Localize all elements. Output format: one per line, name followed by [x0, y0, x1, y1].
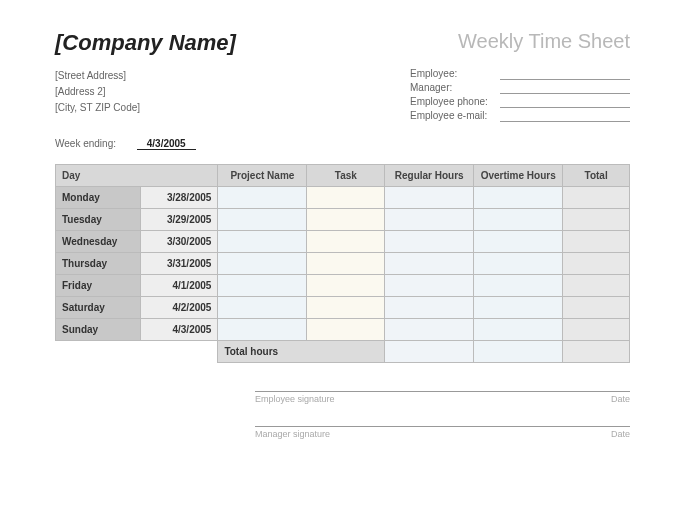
regular-hours-cell[interactable] [385, 253, 474, 275]
table-row: Wednesday3/30/2005 [56, 231, 630, 253]
page-title: Weekly Time Sheet [458, 30, 630, 53]
task-cell[interactable] [307, 253, 385, 275]
regular-hours-cell[interactable] [385, 187, 474, 209]
day-name: Friday [56, 275, 141, 297]
phone-label: Employee phone: [410, 96, 500, 108]
regular-hours-cell[interactable] [385, 209, 474, 231]
total-cell[interactable] [563, 231, 630, 253]
manager-signature-label: Manager signature [255, 429, 330, 439]
day-date: 3/29/2005 [140, 209, 218, 231]
total-overtime[interactable] [474, 341, 563, 363]
employee-label: Employee: [410, 68, 500, 80]
total-cell[interactable] [563, 297, 630, 319]
day-name: Saturday [56, 297, 141, 319]
week-ending-value[interactable]: 4/3/2005 [137, 138, 196, 150]
project-cell[interactable] [218, 187, 307, 209]
table-row: Sunday4/3/2005 [56, 319, 630, 341]
employee-signature-label: Employee signature [255, 394, 335, 404]
overtime-hours-cell[interactable] [474, 187, 563, 209]
overtime-hours-cell[interactable] [474, 231, 563, 253]
day-name: Monday [56, 187, 141, 209]
overtime-hours-cell[interactable] [474, 253, 563, 275]
table-row: Monday3/28/2005 [56, 187, 630, 209]
total-cell[interactable] [563, 275, 630, 297]
task-cell[interactable] [307, 275, 385, 297]
address-line1: [Street Address] [55, 68, 140, 84]
manager-signature-line[interactable]: Manager signature Date [255, 426, 630, 439]
task-cell[interactable] [307, 319, 385, 341]
total-cell[interactable] [563, 319, 630, 341]
manager-field[interactable] [500, 82, 630, 94]
employee-signature-date-label: Date [611, 394, 630, 404]
table-row: Friday4/1/2005 [56, 275, 630, 297]
project-cell[interactable] [218, 319, 307, 341]
col-total: Total [563, 165, 630, 187]
total-cell[interactable] [563, 187, 630, 209]
overtime-hours-cell[interactable] [474, 275, 563, 297]
address-line3: [City, ST ZIP Code] [55, 100, 140, 116]
project-cell[interactable] [218, 297, 307, 319]
regular-hours-cell[interactable] [385, 297, 474, 319]
day-name: Sunday [56, 319, 141, 341]
day-date: 4/1/2005 [140, 275, 218, 297]
timesheet-table: Day Project Name Task Regular Hours Over… [55, 164, 630, 363]
total-total[interactable] [563, 341, 630, 363]
total-cell[interactable] [563, 253, 630, 275]
project-cell[interactable] [218, 253, 307, 275]
day-name: Thursday [56, 253, 141, 275]
manager-signature-date-label: Date [611, 429, 630, 439]
day-date: 3/30/2005 [140, 231, 218, 253]
employee-info: Employee: Manager: Employee phone: Emplo… [410, 68, 630, 124]
col-task: Task [307, 165, 385, 187]
day-date: 3/31/2005 [140, 253, 218, 275]
day-name: Tuesday [56, 209, 141, 231]
employee-field[interactable] [500, 68, 630, 80]
project-cell[interactable] [218, 231, 307, 253]
task-cell[interactable] [307, 231, 385, 253]
spacer [56, 341, 218, 363]
company-name: [Company Name] [55, 30, 236, 56]
total-regular[interactable] [385, 341, 474, 363]
regular-hours-cell[interactable] [385, 231, 474, 253]
week-ending: Week ending: 4/3/2005 [55, 138, 630, 150]
col-day: Day [56, 165, 218, 187]
total-cell[interactable] [563, 209, 630, 231]
regular-hours-cell[interactable] [385, 275, 474, 297]
project-cell[interactable] [218, 275, 307, 297]
employee-signature-line[interactable]: Employee signature Date [255, 391, 630, 404]
overtime-hours-cell[interactable] [474, 209, 563, 231]
task-cell[interactable] [307, 209, 385, 231]
email-field[interactable] [500, 110, 630, 122]
project-cell[interactable] [218, 209, 307, 231]
overtime-hours-cell[interactable] [474, 319, 563, 341]
address-block: [Street Address] [Address 2] [City, ST Z… [55, 68, 140, 124]
phone-field[interactable] [500, 96, 630, 108]
day-date: 4/2/2005 [140, 297, 218, 319]
total-hours-label: Total hours [218, 341, 385, 363]
day-date: 4/3/2005 [140, 319, 218, 341]
task-cell[interactable] [307, 297, 385, 319]
table-row: Saturday4/2/2005 [56, 297, 630, 319]
regular-hours-cell[interactable] [385, 319, 474, 341]
week-ending-label: Week ending: [55, 138, 116, 149]
day-date: 3/28/2005 [140, 187, 218, 209]
col-overtime: Overtime Hours [474, 165, 563, 187]
task-cell[interactable] [307, 187, 385, 209]
email-label: Employee e-mail: [410, 110, 500, 122]
col-regular: Regular Hours [385, 165, 474, 187]
table-row: Tuesday3/29/2005 [56, 209, 630, 231]
address-line2: [Address 2] [55, 84, 140, 100]
day-name: Wednesday [56, 231, 141, 253]
table-row: Thursday3/31/2005 [56, 253, 630, 275]
overtime-hours-cell[interactable] [474, 297, 563, 319]
manager-label: Manager: [410, 82, 500, 94]
col-project: Project Name [218, 165, 307, 187]
